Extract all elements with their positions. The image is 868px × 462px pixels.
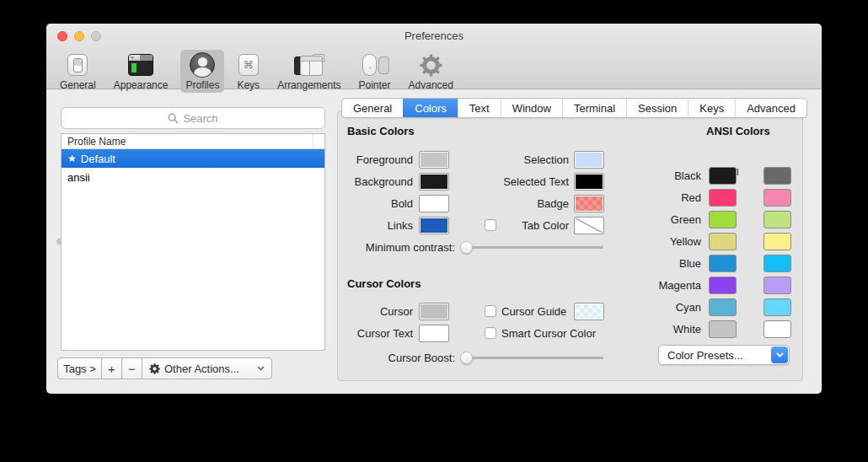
- add-profile-button[interactable]: +: [101, 357, 122, 379]
- no-color-diagonal-icon: [576, 218, 603, 233]
- ansi-cyan-bright-well[interactable]: [764, 298, 791, 316]
- tab-keys[interactable]: Keys: [688, 99, 735, 117]
- cursor-boost-slider[interactable]: [460, 352, 603, 364]
- smart-cursor-row: Smart Cursor Color: [485, 322, 604, 344]
- tab-window[interactable]: Window: [501, 99, 562, 117]
- ansi-blue-normal-well[interactable]: [709, 255, 737, 272]
- profile-name: Default: [81, 153, 115, 165]
- ansi-cyan-normal-well[interactable]: [709, 298, 737, 316]
- cursor-guide-color-well[interactable]: [574, 303, 604, 320]
- ansi-row-yellow: Yellow: [634, 230, 791, 252]
- tags-button[interactable]: Tags >: [57, 357, 102, 379]
- ansi-row-cyan: Cyan: [634, 296, 791, 318]
- minimum-contrast-slider[interactable]: [460, 241, 603, 254]
- profiles-icon: [190, 52, 215, 78]
- toolbar-item-profiles[interactable]: Profiles: [180, 50, 224, 93]
- tab-session[interactable]: Session: [626, 99, 688, 117]
- cursor-boost-row: Cursor Boost:: [347, 346, 603, 368]
- ansi-row-white: White: [634, 318, 791, 340]
- cursor-row: Cursor: [347, 300, 449, 322]
- ansi-row-black: Black: [634, 164, 791, 186]
- preferences-window: Preferences General × Appearance Profile…: [46, 24, 822, 394]
- cursor-colors-left-column: Cursor Cursor Text: [347, 300, 449, 344]
- star-icon: ★: [67, 153, 77, 164]
- ansi-yellow-normal-well[interactable]: [709, 233, 737, 250]
- toolbar-item-appearance[interactable]: × Appearance: [109, 50, 174, 93]
- slider-knob[interactable]: [460, 352, 473, 364]
- selection-color-well[interactable]: [574, 151, 604, 169]
- profile-tabs: General Colors Text Window Terminal Sess…: [341, 98, 807, 118]
- ansi-green-bright-well[interactable]: [764, 211, 791, 228]
- ansi-red-bright-well[interactable]: [764, 189, 791, 207]
- selected-text-row: Selected Text: [485, 170, 604, 192]
- search-input[interactable]: Search: [61, 107, 325, 129]
- ansi-black-bright-well[interactable]: [764, 167, 791, 185]
- ansi-yellow-bright-well[interactable]: [764, 233, 791, 250]
- toolbar-item-pointer[interactable]: Pointer: [354, 50, 396, 93]
- ansi-red-normal-well[interactable]: [709, 189, 737, 207]
- cursor-guide-checkbox[interactable]: [485, 305, 496, 317]
- ansi-colors-heading: ANSI Colors: [706, 125, 770, 137]
- minimum-contrast-row: Minimum contrast:: [347, 236, 603, 258]
- ansi-white-bright-well[interactable]: [764, 320, 791, 338]
- title-bar[interactable]: Preferences: [46, 24, 822, 49]
- toolbar-item-arrangements[interactable]: Arrangements: [272, 50, 346, 93]
- chevron-down-icon: [257, 366, 265, 371]
- color-presets-dropdown[interactable]: Color Presets...: [658, 345, 790, 365]
- badge-row: Badge: [485, 192, 604, 214]
- ansi-magenta-normal-well[interactable]: [709, 277, 737, 294]
- other-actions-dropdown[interactable]: Other Actions...: [142, 357, 272, 379]
- tab-advanced[interactable]: Advanced: [735, 99, 806, 117]
- ansi-row-green: Green: [634, 208, 791, 230]
- pointer-icon: [361, 52, 389, 78]
- toolbar-item-advanced[interactable]: Advanced: [404, 50, 458, 93]
- profile-row-ansii[interactable]: ansii: [62, 168, 324, 186]
- cursor-colors-heading: Cursor Colors: [347, 277, 421, 290]
- toolbar-item-keys[interactable]: ⌘ Keys: [232, 50, 265, 93]
- arrangements-icon: [294, 52, 324, 78]
- tab-terminal[interactable]: Terminal: [562, 99, 626, 117]
- basic-colors-heading: Basic Colors: [347, 125, 414, 137]
- cursor-text-color-well[interactable]: [419, 325, 449, 342]
- tab-general[interactable]: General: [342, 99, 403, 117]
- profile-actions-bar: Tags > + − Other Actions...: [57, 357, 272, 379]
- bold-color-well[interactable]: [419, 195, 449, 212]
- profile-list-header[interactable]: Profile Name: [62, 134, 324, 149]
- badge-color-well[interactable]: [574, 195, 604, 212]
- ansi-blue-bright-well[interactable]: [764, 255, 791, 272]
- dropdown-arrow-button[interactable]: [771, 346, 788, 363]
- foreground-row: Foreground: [347, 148, 449, 170]
- background-color-well[interactable]: [419, 173, 449, 191]
- tab-color-row: Tab Color: [485, 214, 604, 236]
- links-color-well[interactable]: [419, 217, 449, 234]
- basic-colors-right-column: Selection Selected Text Badge Tab Color: [485, 148, 604, 236]
- links-row: Links: [347, 214, 449, 236]
- toolbar-item-general[interactable]: General: [55, 50, 101, 93]
- selection-row: Selection: [485, 148, 604, 170]
- tab-colors[interactable]: Colors: [403, 99, 458, 117]
- profile-list: Profile Name ★ Default ansii: [61, 133, 325, 351]
- tab-color-well[interactable]: [574, 217, 604, 234]
- ansi-white-normal-well[interactable]: [709, 320, 737, 338]
- slider-knob[interactable]: [460, 241, 473, 254]
- ansi-magenta-bright-well[interactable]: [764, 277, 791, 294]
- cursor-colors-right-column: Cursor Guide Smart Cursor Color: [485, 300, 604, 344]
- bold-row: Bold: [347, 192, 449, 214]
- smart-cursor-checkbox[interactable]: [485, 327, 496, 339]
- tab-text[interactable]: Text: [458, 99, 501, 117]
- background-row: Background: [347, 170, 449, 192]
- ansi-row-red: Red: [634, 186, 791, 208]
- ansi-green-normal-well[interactable]: [709, 211, 737, 228]
- profile-row-default[interactable]: ★ Default: [62, 149, 324, 168]
- keys-icon: ⌘: [238, 52, 259, 78]
- toolbar: General × Appearance Profiles ⌘ Keys: [55, 50, 458, 93]
- ansi-black-normal-well[interactable]: [709, 167, 737, 185]
- ansi-row-magenta: Magenta: [634, 274, 791, 296]
- remove-profile-button[interactable]: −: [121, 357, 142, 379]
- cursor-color-well[interactable]: [419, 303, 449, 320]
- appearance-icon: ×: [128, 52, 153, 78]
- cursor-guide-row: Cursor Guide: [485, 300, 604, 322]
- foreground-color-well[interactable]: [419, 151, 449, 169]
- tab-color-checkbox[interactable]: [485, 219, 496, 231]
- selected-text-color-well[interactable]: [574, 173, 604, 191]
